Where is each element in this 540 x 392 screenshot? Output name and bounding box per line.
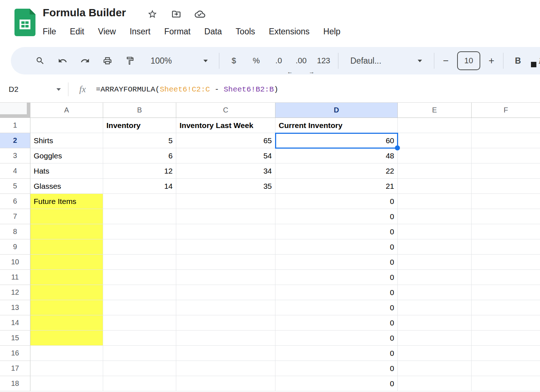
- row-header-7[interactable]: 7: [0, 209, 30, 224]
- row-header-17[interactable]: 17: [0, 361, 30, 376]
- increase-font-size-button[interactable]: +: [483, 51, 500, 71]
- cell-E4[interactable]: [398, 163, 472, 179]
- cell-C18[interactable]: [176, 376, 275, 391]
- row-header-15[interactable]: 15: [0, 331, 30, 346]
- cell-D11[interactable]: 0: [275, 270, 398, 285]
- print-icon[interactable]: [96, 51, 119, 71]
- cell-E9[interactable]: [398, 239, 472, 255]
- cell-A7[interactable]: [30, 209, 103, 224]
- row-header-5[interactable]: 5: [0, 179, 30, 194]
- cell-F8[interactable]: [472, 224, 540, 239]
- row-header-13[interactable]: 13: [0, 300, 30, 315]
- cell-D9[interactable]: 0: [275, 239, 398, 255]
- cell-C9[interactable]: [176, 239, 275, 255]
- cell-C17[interactable]: [176, 361, 275, 376]
- row-header-16[interactable]: 16: [0, 346, 30, 361]
- cell-D14[interactable]: 0: [275, 315, 398, 331]
- cell-F5[interactable]: [472, 179, 540, 194]
- menu-item-file[interactable]: File: [36, 24, 63, 39]
- zoom-control[interactable]: 100%: [141, 56, 216, 66]
- cell-D18[interactable]: 0: [275, 376, 398, 391]
- star-icon[interactable]: [147, 9, 157, 19]
- cell-C15[interactable]: [176, 331, 275, 346]
- cell-B3[interactable]: 6: [103, 148, 176, 163]
- cell-F16[interactable]: [472, 346, 540, 361]
- cell-C5[interactable]: 35: [176, 179, 275, 194]
- cell-E11[interactable]: [398, 270, 472, 285]
- cell-A17[interactable]: [30, 361, 103, 376]
- row-header-11[interactable]: 11: [0, 270, 30, 285]
- cell-B14[interactable]: [103, 315, 176, 331]
- cell-A12[interactable]: [30, 285, 103, 300]
- undo-icon[interactable]: [51, 51, 74, 71]
- decrease-decimal-button[interactable]: .0 ←: [267, 51, 290, 71]
- cell-F2[interactable]: [472, 133, 540, 148]
- increase-decimal-button[interactable]: .00 →: [290, 51, 312, 71]
- redo-icon[interactable]: [74, 51, 96, 71]
- cell-A3[interactable]: Goggles: [30, 148, 103, 163]
- decrease-font-size-button[interactable]: −: [438, 51, 454, 71]
- cell-A13[interactable]: [30, 300, 103, 315]
- row-header-12[interactable]: 12: [0, 285, 30, 300]
- cell-F11[interactable]: [472, 270, 540, 285]
- row-header-14[interactable]: 14: [0, 315, 30, 331]
- format-currency-button[interactable]: $: [223, 51, 245, 71]
- cell-C6[interactable]: [176, 194, 275, 209]
- cell-F4[interactable]: [472, 163, 540, 179]
- cell-F13[interactable]: [472, 300, 540, 315]
- cell-A4[interactable]: Hats: [30, 163, 103, 179]
- cell-D7[interactable]: 0: [275, 209, 398, 224]
- cell-D6[interactable]: 0: [275, 194, 398, 209]
- cell-B5[interactable]: 14: [103, 179, 176, 194]
- cell-B18[interactable]: [103, 376, 176, 391]
- cell-B16[interactable]: [103, 346, 176, 361]
- cell-E13[interactable]: [398, 300, 472, 315]
- cell-E12[interactable]: [398, 285, 472, 300]
- cell-D12[interactable]: 0: [275, 285, 398, 300]
- cell-A9[interactable]: [30, 239, 103, 255]
- format-percent-button[interactable]: %: [245, 51, 267, 71]
- cell-D1[interactable]: Current Inventory: [275, 118, 398, 133]
- cell-B9[interactable]: [103, 239, 176, 255]
- row-header-2[interactable]: 2: [0, 133, 30, 148]
- row-header-8[interactable]: 8: [0, 224, 30, 239]
- cell-C16[interactable]: [176, 346, 275, 361]
- font-size-input[interactable]: 10: [457, 51, 480, 70]
- cell-A11[interactable]: [30, 270, 103, 285]
- cell-B1[interactable]: Inventory: [103, 118, 176, 133]
- cell-A8[interactable]: [30, 224, 103, 239]
- column-header-D[interactable]: D: [275, 103, 398, 118]
- cell-A16[interactable]: [30, 346, 103, 361]
- bold-button[interactable]: B: [507, 51, 529, 71]
- cell-C11[interactable]: [176, 270, 275, 285]
- cell-E10[interactable]: [398, 255, 472, 270]
- cell-E2[interactable]: [398, 133, 472, 148]
- cell-C12[interactable]: [176, 285, 275, 300]
- move-to-folder-icon[interactable]: [171, 9, 181, 19]
- cell-D8[interactable]: 0: [275, 224, 398, 239]
- cell-F1[interactable]: [472, 118, 540, 133]
- select-all-corner[interactable]: [0, 103, 30, 118]
- fill-handle[interactable]: [395, 145, 400, 150]
- cell-C2[interactable]: 65: [176, 133, 275, 148]
- cell-A15[interactable]: [30, 331, 103, 346]
- cell-A18[interactable]: [30, 376, 103, 391]
- menu-item-data[interactable]: Data: [198, 24, 229, 39]
- cell-E17[interactable]: [398, 361, 472, 376]
- cell-C7[interactable]: [176, 209, 275, 224]
- row-header-6[interactable]: 6: [0, 194, 30, 209]
- cell-B2[interactable]: 5: [103, 133, 176, 148]
- column-header-C[interactable]: C: [176, 103, 275, 118]
- cell-A1[interactable]: [30, 118, 103, 133]
- row-header-3[interactable]: 3: [0, 148, 30, 163]
- cell-B12[interactable]: [103, 285, 176, 300]
- cell-B7[interactable]: [103, 209, 176, 224]
- column-header-E[interactable]: E: [398, 103, 472, 118]
- menu-item-view[interactable]: View: [91, 24, 123, 39]
- cell-E7[interactable]: [398, 209, 472, 224]
- cell-F17[interactable]: [472, 361, 540, 376]
- cell-A10[interactable]: [30, 255, 103, 270]
- document-title[interactable]: Formula Builder: [43, 7, 126, 19]
- menu-item-insert[interactable]: Insert: [123, 24, 157, 39]
- cell-A6[interactable]: Future Items: [30, 194, 103, 209]
